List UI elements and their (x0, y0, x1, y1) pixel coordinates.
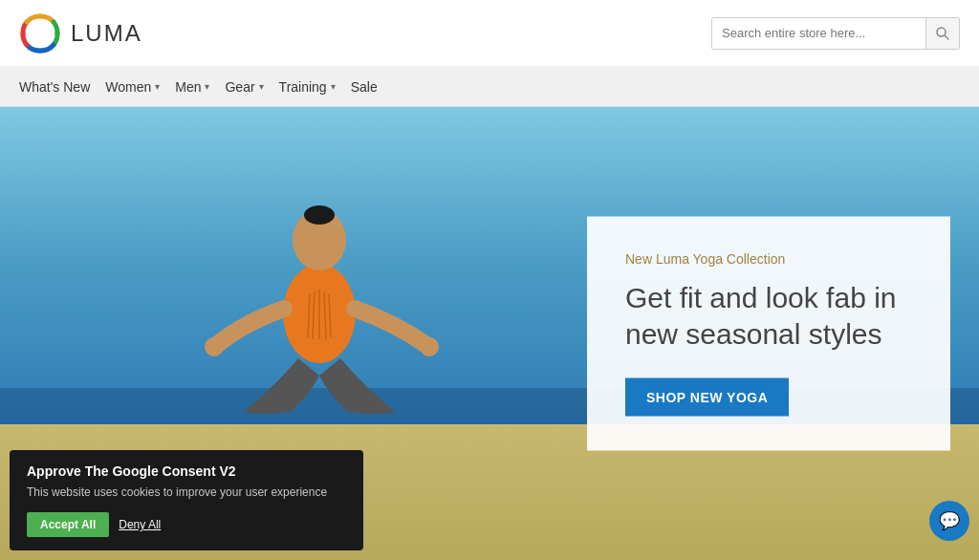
nav-item-women[interactable]: Women ▾ (105, 67, 175, 106)
luma-logo-icon (19, 12, 61, 54)
chat-icon: 💬 (939, 510, 960, 531)
search-icon (936, 27, 949, 40)
cookie-banner: Approve The Google Consent V2 This websi… (10, 450, 363, 550)
chevron-down-icon: ▾ (331, 81, 336, 92)
svg-line-2 (945, 35, 948, 39)
cookie-buttons: Accept All Deny All (27, 512, 346, 537)
hero-figure (157, 137, 482, 442)
promo-subtitle: New Luma Yoga Collection (625, 251, 912, 267)
nav-item-training[interactable]: Training ▾ (279, 67, 351, 106)
shop-new-yoga-button[interactable]: Shop New Yoga (625, 378, 789, 417)
nav-item-whats-new[interactable]: What's New (19, 67, 105, 106)
site-header: LUMA (0, 0, 979, 67)
chat-button[interactable]: 💬 (929, 501, 969, 541)
accept-all-button[interactable]: Accept All (27, 512, 109, 537)
svg-point-6 (205, 337, 224, 356)
yoga-figure-svg (185, 146, 453, 442)
search-button[interactable] (925, 18, 959, 49)
chevron-down-icon: ▾ (205, 81, 209, 92)
logo-text: LUMA (71, 20, 142, 47)
nav-item-sale[interactable]: Sale (351, 67, 393, 106)
cookie-text: This website uses cookies to improve you… (27, 485, 346, 501)
promo-box: New Luma Yoga Collection Get fit and loo… (587, 217, 950, 451)
nav-label-women: Women (105, 79, 151, 95)
nav-label-sale: Sale (351, 79, 378, 95)
nav-item-men[interactable]: Men ▾ (175, 67, 225, 106)
chevron-down-icon: ▾ (259, 81, 264, 92)
logo-area[interactable]: LUMA (19, 12, 142, 54)
nav-item-gear[interactable]: Gear ▾ (225, 67, 278, 106)
nav-label-training: Training (279, 79, 327, 95)
hero-section: New Luma Yoga Collection Get fit and loo… (0, 107, 979, 560)
promo-title: Get fit and look fab in new seasonal sty… (625, 280, 912, 352)
svg-point-7 (420, 337, 439, 356)
cookie-title: Approve The Google Consent V2 (27, 463, 346, 479)
nav-label-whats-new: What's New (19, 79, 90, 95)
search-bar[interactable] (711, 17, 960, 50)
nav-label-gear: Gear (225, 79, 254, 95)
search-input[interactable] (712, 20, 925, 46)
svg-point-5 (304, 205, 335, 225)
chevron-down-icon: ▾ (155, 81, 160, 92)
main-nav: What's New Women ▾ Men ▾ Gear ▾ Training… (0, 67, 979, 107)
deny-all-button[interactable]: Deny All (119, 518, 161, 531)
nav-label-men: Men (175, 79, 201, 95)
